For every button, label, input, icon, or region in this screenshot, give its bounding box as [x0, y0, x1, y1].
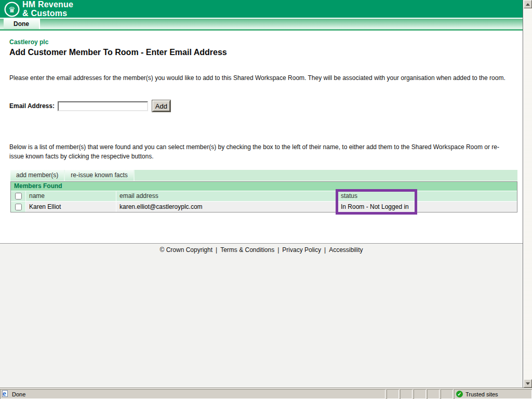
- status-pane-empty: [400, 389, 413, 399]
- status-pane-empty: [387, 389, 399, 399]
- svg-text:♛: ♛: [8, 5, 16, 15]
- email-address-input[interactable]: [58, 101, 148, 111]
- select-all-checkbox[interactable]: [15, 193, 22, 200]
- brand-wordmark: HM Revenue & Customs: [22, 0, 73, 18]
- add-button[interactable]: Add: [152, 100, 170, 112]
- scroll-up-button[interactable]: [524, 0, 532, 8]
- brand-line2: & Customs: [22, 9, 73, 18]
- intro-paragraph: Please enter the email addresses for the…: [9, 73, 509, 83]
- org-breadcrumb-link[interactable]: Castleroy plc: [9, 38, 48, 46]
- up-arrow-icon: [526, 3, 530, 6]
- column-header-status: status: [338, 191, 517, 201]
- member-name-cell: Karen Elliot: [26, 202, 116, 212]
- table-caption: Members Found: [11, 182, 517, 191]
- members-toolbar: add member(s) re-issue known facts: [10, 170, 517, 181]
- member-status-cell: In Room - Not Logged in: [338, 202, 517, 212]
- terms-conditions-link[interactable]: Terms & Conditions: [220, 246, 274, 254]
- status-pane-empty: [414, 389, 426, 399]
- select-member-cell: [11, 202, 25, 212]
- crown-copyright-link[interactable]: © Crown Copyright: [159, 246, 212, 254]
- brand-line1: HM Revenue: [22, 0, 73, 9]
- scrollbar-track[interactable]: [524, 8, 532, 379]
- trusted-sites-check-icon: ✓: [456, 391, 463, 397]
- browser-status-bar: e Done ✓ Trusted sites: [0, 388, 532, 399]
- email-address-label: Email Address:: [9, 102, 55, 110]
- add-members-button[interactable]: add member(s): [10, 170, 65, 181]
- done-tab[interactable]: Done: [4, 19, 40, 29]
- nav-bar: Done: [0, 19, 523, 29]
- ie-e-glyph: e: [3, 389, 6, 398]
- status-pane-empty: [427, 389, 440, 399]
- select-member-checkbox[interactable]: [15, 204, 22, 210]
- zone-label: Trusted sites: [466, 391, 498, 397]
- accessibility-link[interactable]: Accessibility: [329, 246, 363, 254]
- footer-links: © Crown Copyright|Terms & Conditions|Pri…: [0, 246, 523, 254]
- member-email-cell: karen.elliot@castleroyplc.com: [116, 202, 337, 212]
- status-text: Done: [12, 391, 25, 397]
- scroll-down-button[interactable]: [524, 379, 532, 388]
- members-found-table: Members Found name email address status …: [10, 181, 517, 212]
- footer-area: © Crown Copyright|Terms & Conditions|Pri…: [0, 243, 523, 388]
- privacy-policy-link[interactable]: Privacy Policy: [282, 246, 321, 254]
- footer-separator: |: [216, 246, 217, 254]
- hmrc-header-bar: ♛ HM Revenue & Customs: [0, 0, 523, 18]
- vertical-scrollbar[interactable]: [524, 0, 532, 388]
- browser-window: ♛ HM Revenue & Customs Done Castleroy pl…: [0, 0, 532, 399]
- select-all-cell: [11, 191, 25, 201]
- list-instructions-paragraph: Below is a list of member(s) that were f…: [9, 142, 509, 161]
- internet-explorer-icon: e: [2, 390, 9, 398]
- status-pane-empty: [441, 389, 453, 399]
- column-header-email: email address: [116, 191, 337, 201]
- table-grid: name email address status Karen Elliot k…: [11, 191, 517, 212]
- reissue-known-facts-button[interactable]: re-issue known facts: [65, 170, 134, 181]
- hmrc-crown-logo-icon: ♛: [4, 1, 20, 18]
- email-form-row: Email Address: Add: [9, 100, 170, 112]
- footer-separator: |: [277, 246, 279, 254]
- down-arrow-icon: [526, 382, 530, 385]
- status-pane: e Done: [0, 389, 385, 399]
- nav-underline: [0, 29, 523, 31]
- web-page: ♛ HM Revenue & Customs Done Castleroy pl…: [0, 0, 523, 388]
- footer-separator: |: [324, 246, 326, 254]
- page-title: Add Customer Member To Room - Enter Emai…: [9, 48, 227, 57]
- security-zone-pane[interactable]: ✓ Trusted sites: [454, 389, 532, 399]
- column-header-name: name: [26, 191, 116, 201]
